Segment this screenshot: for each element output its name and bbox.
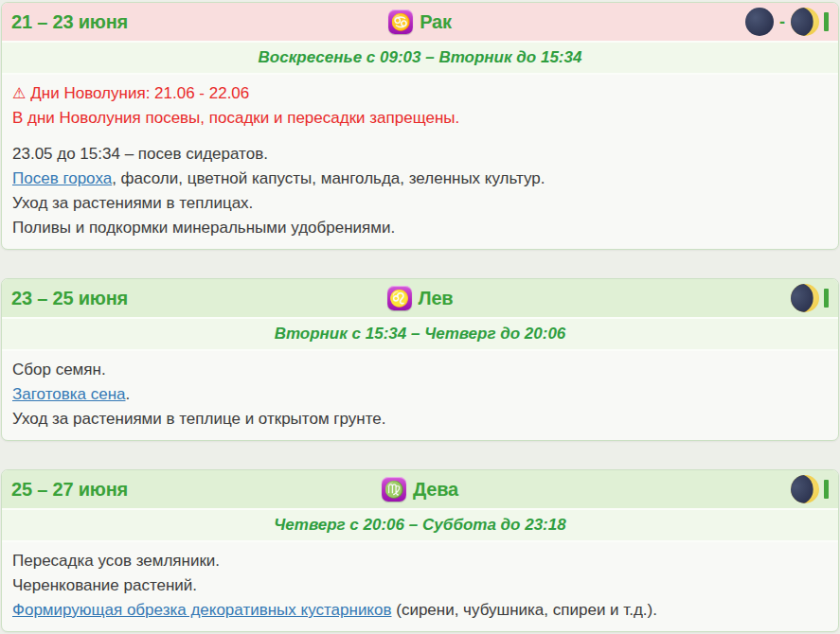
zodiac-group: ♍ Дева xyxy=(382,477,458,502)
body-text: Поливы и подкормки минеральными удобрени… xyxy=(12,219,395,237)
card-header: 25 – 27 июня ♍ Дева xyxy=(2,470,838,508)
waxing-crescent-icon xyxy=(791,475,819,503)
body-text: . xyxy=(126,385,131,403)
body-line: ⚠Дни Новолуния: 21.06 - 22.06 xyxy=(12,81,828,106)
date-range: 21 – 23 июня xyxy=(11,11,128,33)
body-text: Дни Новолуния: 21.06 - 22.06 xyxy=(30,84,249,102)
body-text: , фасоли, цветной капусты, мангольда, зе… xyxy=(112,169,545,187)
zodiac-group: ♌ Лев xyxy=(387,286,454,310)
cancer-icon: ♋ xyxy=(388,9,413,34)
card-body: Пересадка усов земляники.Черенкование ра… xyxy=(2,542,838,631)
waxing-crescent-icon xyxy=(791,284,819,312)
body-text: В дни Новолуния посевы, посадки и переса… xyxy=(12,109,459,127)
warning-icon: ⚠ xyxy=(12,85,26,101)
body-text: Сбор семян. xyxy=(12,361,106,379)
body-line: В дни Новолуния посевы, посадки и переса… xyxy=(12,106,828,131)
body-line: Уход за растениями в теплице и открытом … xyxy=(12,407,828,431)
date-range: 23 – 25 июня xyxy=(11,288,128,309)
lunar-calendar-list: 21 – 23 июня ♋ Рак - Воскресенье с 09:03… xyxy=(0,0,840,632)
zodiac-name: Дева xyxy=(413,479,458,501)
blank-line xyxy=(12,131,828,142)
card-subheader: Четверг с 20:06 – Суббота до 23:18 xyxy=(2,508,838,542)
body-text: (сирени, чубушника, спиреи и т.д.). xyxy=(392,601,657,619)
moon-dash: - xyxy=(779,12,785,32)
phase-indicator-bar xyxy=(824,480,829,499)
body-text: 23.05 до 15:34 – посев сидератов. xyxy=(12,145,268,163)
body-line: Пересадка усов земляники. xyxy=(12,549,828,573)
moon-phase-group xyxy=(453,284,829,312)
body-line: Формирующая обрезка декоративных кустарн… xyxy=(12,598,828,623)
calendar-card: 21 – 23 июня ♋ Рак - Воскресенье с 09:03… xyxy=(1,2,839,250)
date-range: 25 – 27 июня xyxy=(11,479,128,501)
body-text: Черенкование растений. xyxy=(12,576,197,594)
body-line: Поливы и подкормки минеральными удобрени… xyxy=(12,216,828,240)
body-line: Посев гороха, фасоли, цветной капусты, м… xyxy=(12,167,828,191)
card-subheader: Воскресенье с 09:03 – Вторник до 15:34 xyxy=(2,41,838,75)
leo-icon: ♌ xyxy=(387,286,412,310)
body-text: Уход за растениями в теплице и открытом … xyxy=(12,410,385,428)
body-link[interactable]: Формирующая обрезка декоративных кустарн… xyxy=(12,601,392,619)
body-link[interactable]: Посев гороха xyxy=(12,169,112,187)
virgo-icon: ♍ xyxy=(382,477,406,502)
body-line: Уход за растениями в теплицах. xyxy=(12,191,828,216)
card-header: 23 – 25 июня ♌ Лев xyxy=(2,279,838,317)
card-body: Сбор семян.Заготовка сена.Уход за растен… xyxy=(2,351,838,440)
card-body: ⚠Дни Новолуния: 21.06 - 22.06В дни Новол… xyxy=(2,75,838,249)
card-subheader: Вторник с 15:34 – Четверг до 20:06 xyxy=(2,317,838,351)
body-text: Пересадка усов земляники. xyxy=(12,552,220,570)
period-text: Воскресенье с 09:03 – Вторник до 15:34 xyxy=(259,48,582,67)
card-header: 21 – 23 июня ♋ Рак - xyxy=(2,3,838,41)
phase-indicator-bar xyxy=(824,12,829,31)
body-line: Заготовка сена. xyxy=(12,382,828,407)
body-link[interactable]: Заготовка сена xyxy=(12,385,126,403)
zodiac-name: Лев xyxy=(419,288,454,309)
calendar-card: 23 – 25 июня ♌ Лев Вторник с 15:34 – Чет… xyxy=(1,278,839,441)
body-line: 23.05 до 15:34 – посев сидератов. xyxy=(12,142,828,167)
waxing-crescent-icon xyxy=(791,8,819,36)
period-text: Вторник с 15:34 – Четверг до 20:06 xyxy=(275,325,566,343)
body-line: Сбор семян. xyxy=(12,358,828,382)
phase-indicator-bar xyxy=(824,289,829,308)
moon-phase-group xyxy=(458,475,829,503)
zodiac-group: ♋ Рак xyxy=(388,9,452,34)
zodiac-name: Рак xyxy=(420,11,452,33)
period-text: Четверг с 20:06 – Суббота до 23:18 xyxy=(274,516,565,535)
calendar-card: 25 – 27 июня ♍ Дева Четверг с 20:06 – Су… xyxy=(1,469,839,632)
body-line: Черенкование растений. xyxy=(12,573,828,598)
moon-phase-group: - xyxy=(452,8,829,36)
new-moon-icon xyxy=(745,8,774,36)
body-text: Уход за растениями в теплицах. xyxy=(12,194,253,212)
